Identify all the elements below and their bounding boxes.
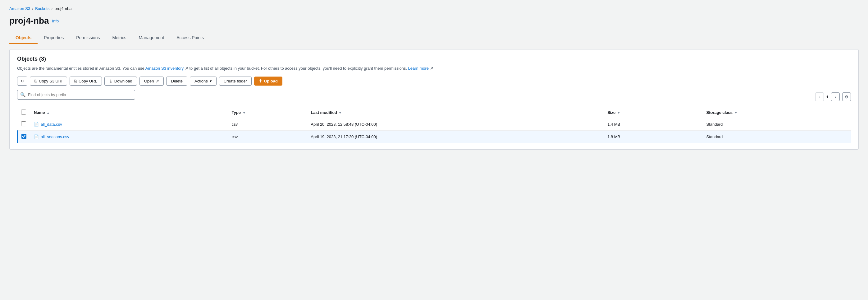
breadcrumb-current: proj4-nba bbox=[54, 6, 71, 11]
create-folder-button[interactable]: Create folder bbox=[219, 77, 252, 86]
pagination-prev-button[interactable]: ‹ bbox=[815, 92, 824, 101]
file-icon-0: 📄 bbox=[34, 122, 39, 127]
tab-bar: Objects Properties Permissions Metrics M… bbox=[9, 32, 859, 44]
open-button[interactable]: Open ↗ bbox=[140, 77, 164, 86]
sort-storage-icon: ▾ bbox=[735, 111, 737, 114]
row-modified-cell: April 19, 2023, 21:17:20 (UTC-04:00) bbox=[307, 130, 603, 143]
th-last-modified[interactable]: Last modified ▾ bbox=[307, 107, 603, 118]
learn-more-link[interactable]: Learn more bbox=[408, 66, 429, 71]
tab-access-points[interactable]: Access Points bbox=[170, 32, 210, 44]
toolbar: ↻ ⎘ Copy S3 URI ⎘ Copy URL ⤓ Download Op… bbox=[17, 77, 851, 86]
open-external-icon: ↗ bbox=[156, 79, 159, 83]
objects-table: Name ▴ Type ▾ Last modified ▾ Size ▾ bbox=[17, 107, 851, 143]
section-title: Objects (3) bbox=[17, 56, 851, 62]
settings-icon: ⚙ bbox=[845, 94, 848, 99]
table-row: 📄 all_data.csv csv April 20, 2023, 12:58… bbox=[18, 118, 851, 130]
th-storage-class[interactable]: Storage class ▾ bbox=[703, 107, 851, 118]
tab-metrics[interactable]: Metrics bbox=[106, 32, 132, 44]
pagination-controls: ‹ 1 › ⚙ bbox=[815, 92, 851, 101]
pagination-next-button[interactable]: › bbox=[831, 92, 840, 101]
row-checkbox-cell bbox=[18, 118, 30, 130]
breadcrumb: Amazon S3 › Buckets › proj4-nba bbox=[9, 6, 859, 11]
actions-button[interactable]: Actions ▾ bbox=[190, 77, 217, 86]
sort-modified-icon: ▾ bbox=[339, 111, 341, 114]
row-size-cell: 1.4 MB bbox=[603, 118, 703, 130]
row-checkbox-cell bbox=[18, 130, 30, 143]
ext-link-icon: ↗ bbox=[185, 66, 188, 71]
row-type-cell: csv bbox=[228, 118, 307, 130]
copy-url-button[interactable]: ⎘ Copy URL bbox=[70, 77, 102, 86]
breadcrumb-sep-2: › bbox=[51, 6, 53, 11]
sort-name-icon: ▴ bbox=[47, 111, 49, 114]
download-button[interactable]: ⤓ Download bbox=[104, 77, 137, 86]
page-title: proj4-nba bbox=[9, 16, 49, 26]
refresh-button[interactable]: ↻ bbox=[17, 77, 27, 86]
select-all-checkbox[interactable] bbox=[21, 110, 26, 114]
table-row: 📄 all_seasons.csv csv April 19, 2023, 21… bbox=[18, 130, 851, 143]
section-description: Objects are the fundamental entities sto… bbox=[17, 65, 851, 72]
tab-properties[interactable]: Properties bbox=[38, 32, 70, 44]
file-link-0[interactable]: 📄 all_data.csv bbox=[34, 122, 62, 127]
page-header: proj4-nba Info bbox=[9, 16, 859, 26]
table-header-row: Name ▴ Type ▾ Last modified ▾ Size ▾ bbox=[18, 107, 851, 118]
inventory-link[interactable]: Amazon S3 inventory bbox=[145, 66, 184, 71]
row-checkbox-1[interactable] bbox=[22, 134, 26, 139]
actions-chevron-icon: ▾ bbox=[210, 79, 212, 83]
copy-url-icon: ⎘ bbox=[74, 79, 77, 83]
breadcrumb-sep-1: › bbox=[32, 6, 33, 11]
row-size-cell: 1.8 MB bbox=[603, 130, 703, 143]
sort-type-icon: ▾ bbox=[243, 111, 245, 114]
row-storage-cell: Standard bbox=[703, 130, 851, 143]
th-type[interactable]: Type ▾ bbox=[228, 107, 307, 118]
refresh-icon: ↻ bbox=[21, 79, 24, 83]
row-modified-cell: April 20, 2023, 12:58:48 (UTC-04:00) bbox=[307, 118, 603, 130]
breadcrumb-buckets[interactable]: Buckets bbox=[35, 6, 50, 11]
info-button[interactable]: Info bbox=[52, 19, 59, 23]
row-storage-cell: Standard bbox=[703, 118, 851, 130]
row-type-cell: csv bbox=[228, 130, 307, 143]
tab-permissions[interactable]: Permissions bbox=[70, 32, 106, 44]
download-icon: ⤓ bbox=[109, 79, 113, 83]
delete-button[interactable]: Delete bbox=[166, 77, 187, 86]
table-settings-button[interactable]: ⚙ bbox=[842, 92, 851, 101]
th-name[interactable]: Name ▴ bbox=[30, 107, 228, 118]
search-icon: 🔍 bbox=[20, 92, 26, 97]
copy-s3-uri-icon: ⎘ bbox=[34, 79, 37, 83]
th-size[interactable]: Size ▾ bbox=[603, 107, 703, 118]
row-name-cell: 📄 all_seasons.csv bbox=[30, 130, 228, 143]
pagination-page-number: 1 bbox=[826, 94, 829, 99]
upload-icon: ⬆ bbox=[259, 79, 262, 83]
row-name-cell: 📄 all_data.csv bbox=[30, 118, 228, 130]
search-input[interactable] bbox=[17, 90, 135, 100]
learn-more-ext-icon: ↗ bbox=[430, 66, 433, 71]
upload-button[interactable]: ⬆ Upload bbox=[254, 77, 282, 86]
sort-size-icon: ▾ bbox=[618, 111, 619, 114]
tab-management[interactable]: Management bbox=[133, 32, 170, 44]
file-link-1[interactable]: 📄 all_seasons.csv bbox=[34, 134, 69, 139]
copy-s3-uri-button[interactable]: ⎘ Copy S3 URI bbox=[30, 77, 67, 86]
row-checkbox-0[interactable] bbox=[21, 121, 26, 126]
tab-objects[interactable]: Objects bbox=[9, 32, 38, 44]
search-bar: 🔍 bbox=[17, 90, 135, 100]
file-icon-1: 📄 bbox=[34, 134, 39, 139]
th-checkbox bbox=[18, 107, 30, 118]
breadcrumb-amazon-s3[interactable]: Amazon S3 bbox=[9, 6, 30, 11]
content-card: Objects (3) Objects are the fundamental … bbox=[9, 49, 859, 150]
